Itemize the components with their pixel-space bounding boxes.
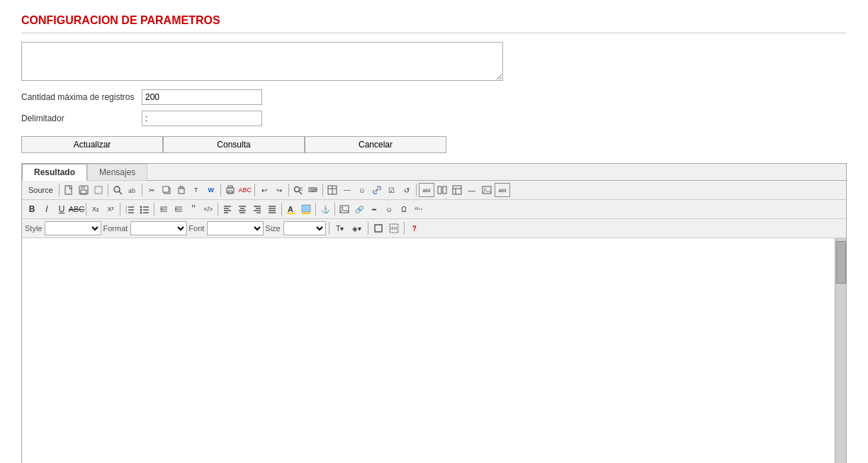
outdent-button[interactable] — [157, 202, 171, 216]
format-select[interactable] — [130, 221, 187, 235]
strikethrough-button[interactable]: ABC — [69, 202, 84, 216]
editor-scroll-area — [22, 238, 846, 463]
flash-video-button[interactable]: 🔗 — [352, 202, 366, 216]
actualizar-button[interactable]: Actualizar — [21, 136, 163, 153]
editor-content-area[interactable] — [22, 238, 835, 463]
superscript-button[interactable]: X² — [103, 202, 118, 216]
pagebreak-button[interactable]: pg — [412, 202, 426, 216]
size-select[interactable] — [283, 221, 326, 235]
anchor-button[interactable]: ⚓ — [318, 202, 332, 216]
redo-button[interactable]: ↪ — [272, 183, 286, 197]
tabs-header: Resultado Mensajes — [22, 164, 846, 181]
save-button[interactable] — [77, 183, 91, 197]
search-button[interactable] — [111, 183, 125, 197]
font-label: Font — [188, 224, 204, 233]
smiley-button[interactable]: ☺ — [382, 202, 396, 216]
sep17 — [368, 222, 368, 235]
new-doc-button[interactable] — [62, 183, 76, 197]
blockquote-button[interactable]: " — [186, 202, 201, 216]
paste-plain-button[interactable]: T — [189, 183, 203, 197]
consulta-button[interactable]: Consulta — [163, 136, 305, 153]
link-button[interactable] — [370, 183, 384, 197]
sep6 — [288, 184, 289, 196]
max-records-input[interactable] — [142, 89, 262, 105]
sep14 — [315, 203, 316, 216]
tabs-container: Resultado Mensajes Source — [21, 163, 847, 463]
sep12 — [218, 203, 218, 216]
paste-word-button[interactable]: W — [204, 183, 218, 197]
scrollbar-track[interactable] — [835, 238, 846, 463]
sep1 — [59, 184, 60, 196]
replace-button[interactable]: ab — [125, 183, 140, 197]
sep13 — [281, 203, 282, 216]
special-char2-button[interactable]: Ω — [397, 202, 411, 216]
insert-image-button[interactable] — [337, 202, 351, 216]
tab-resultado[interactable]: Resultado — [22, 164, 87, 181]
text-color-button[interactable]: A — [284, 202, 298, 216]
indent-button[interactable] — [171, 202, 186, 216]
delimiter-input[interactable] — [142, 111, 262, 126]
source-button[interactable]: Source — [25, 183, 57, 197]
select-all-button[interactable]: ⌨ — [306, 183, 320, 197]
svg-rect-65 — [302, 205, 310, 212]
maximize-button[interactable] — [371, 221, 385, 235]
italic-button[interactable]: I — [40, 202, 54, 216]
about-button[interactable]: ? — [407, 221, 422, 235]
minus-button[interactable]: — — [465, 183, 479, 197]
sep7 — [322, 184, 323, 196]
spellcheck-button[interactable]: ABC — [238, 183, 252, 197]
print-button[interactable] — [223, 183, 237, 197]
creatediv-button[interactable]: </> — [201, 202, 215, 216]
bold-button[interactable]: B — [25, 202, 39, 216]
bg-color-button[interactable] — [299, 202, 313, 216]
unordered-list-button[interactable] — [137, 202, 152, 216]
sep11 — [154, 203, 154, 216]
sep15 — [334, 203, 335, 216]
align-left-button[interactable] — [220, 202, 235, 216]
field-button[interactable]: abl — [495, 183, 510, 197]
underline-button[interactable]: U — [55, 202, 69, 216]
undo-button[interactable]: ↩ — [257, 183, 271, 197]
cancelar-button[interactable]: Cancelar — [305, 136, 446, 153]
toolbar-row-2: B I U ABC X₂ X² 1.2.3. — [22, 200, 846, 219]
align-center-button[interactable] — [235, 202, 249, 216]
align-right-button[interactable] — [250, 202, 264, 216]
hrule2-button[interactable]: ━ — [367, 202, 381, 216]
blank-btn1[interactable] — [91, 183, 106, 197]
paste-button[interactable] — [174, 183, 188, 197]
insert-table-button[interactable] — [325, 183, 339, 197]
text-color-mini-button[interactable]: T▾ — [332, 221, 348, 235]
columns-button[interactable] — [435, 183, 449, 197]
svg-rect-3 — [81, 190, 86, 194]
table2-button[interactable] — [450, 183, 464, 197]
image-button[interactable] — [480, 183, 494, 197]
bg-color-mini-button[interactable]: ◈▾ — [349, 221, 365, 235]
svg-rect-11 — [180, 186, 183, 189]
show-blocks-button[interactable] — [387, 221, 401, 235]
svg-line-16 — [299, 191, 302, 194]
tab-mensajes[interactable]: Mensajes — [87, 164, 147, 181]
description-textarea[interactable] — [21, 42, 503, 81]
svg-rect-24 — [453, 186, 461, 194]
special-char-button[interactable]: ☺ — [355, 183, 369, 197]
font-select[interactable] — [207, 221, 264, 235]
svg-rect-71 — [375, 225, 382, 232]
subscript-button[interactable]: X₂ — [89, 202, 103, 216]
textarea-button[interactable]: abl — [419, 183, 434, 197]
page-title: CONFIGURACION DE PARAMETROS — [21, 14, 847, 33]
cut-button[interactable]: ✂ — [145, 183, 159, 197]
hrule-button[interactable]: — — [340, 183, 354, 197]
justify-button[interactable] — [265, 202, 279, 216]
checkbox-button[interactable]: ☑ — [385, 183, 399, 197]
sep18 — [404, 222, 405, 235]
scrollbar-thumb[interactable] — [836, 241, 846, 284]
editor-wrapper: Source — [22, 181, 846, 463]
find-replace-button[interactable] — [291, 183, 305, 197]
svg-rect-2 — [81, 186, 85, 189]
sep10 — [120, 203, 120, 216]
copy-button[interactable] — [159, 183, 174, 197]
ordered-list-button[interactable]: 1.2.3. — [123, 202, 137, 216]
style-select[interactable] — [45, 221, 101, 235]
flash-button[interactable]: ↺ — [400, 183, 414, 197]
svg-point-28 — [484, 188, 486, 190]
